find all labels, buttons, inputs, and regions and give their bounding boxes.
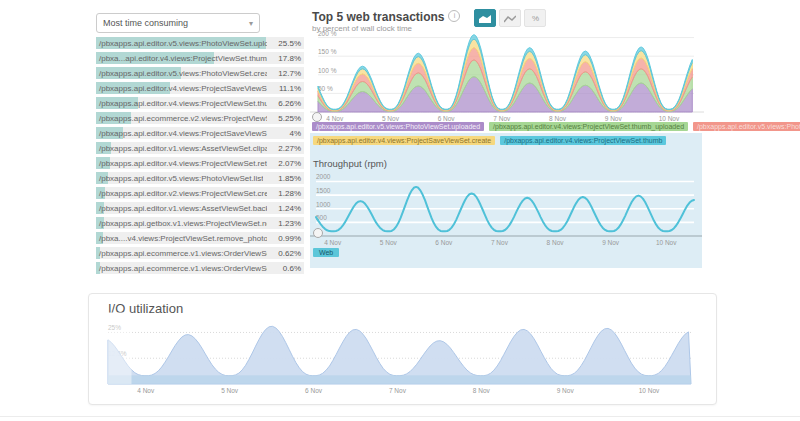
transaction-row[interactable]: /pbxapps.api.editor.v4.views:ProjectSave…	[96, 82, 304, 94]
svg-text:6 Nov: 6 Nov	[435, 239, 453, 246]
transaction-row[interactable]: /pbxapps.api.editor.v4.views:ProjectView…	[96, 157, 304, 169]
svg-text:2000: 2000	[316, 173, 331, 180]
top5-legend-row2: /pbxapps.api.editor.v4.views:ProjectSave…	[313, 136, 666, 145]
top5-stacked-area-chart[interactable]: 50 %100 %150 %200 %4 Nov5 Nov6 Nov7 Nov8…	[310, 26, 704, 124]
throughput-title: Throughput (rpm)	[313, 158, 387, 169]
transaction-label: /pbxapps.api.editor.v4.views:ProjectView…	[96, 99, 267, 108]
dropdown-selected-value: Most time consuming	[103, 18, 188, 28]
transaction-label: /pbxapps.api.editor.v4.views:ProjectView…	[96, 159, 267, 168]
page-divider	[0, 416, 800, 417]
svg-text:150 %: 150 %	[318, 48, 337, 55]
transaction-percent: 1.28%	[278, 189, 301, 198]
transaction-row[interactable]: /pbxa....v4.views:ProjectViewSet.remove_…	[96, 232, 304, 244]
zoom-reset-icon[interactable]	[312, 112, 322, 122]
transaction-percent: 17.8%	[278, 54, 301, 63]
svg-text:4 Nov: 4 Nov	[137, 387, 155, 394]
info-icon[interactable]: i	[448, 10, 460, 22]
transaction-label: /pbxa....v4.views:ProjectViewSet.remove_…	[96, 234, 267, 243]
svg-text:7 Nov: 7 Nov	[491, 239, 509, 246]
transaction-row[interactable]: /pbxapps.api.getbox.v1.views:ProjectView…	[96, 217, 304, 229]
percent-mode-label: %	[532, 14, 539, 23]
transaction-row[interactable]: /pbxapps.api.editor.v1.views:AssetViewSe…	[96, 142, 304, 154]
svg-text:1500: 1500	[316, 187, 331, 194]
svg-text:10 Nov: 10 Nov	[659, 115, 680, 122]
transaction-row[interactable]: /pbxapps.api.editor.v1.views:AssetViewSe…	[96, 202, 304, 214]
svg-text:5 Nov: 5 Nov	[382, 115, 400, 122]
transaction-label: /pbxapps.api.editor.v5.views:PhotoViewSe…	[96, 69, 267, 78]
transaction-percent: 2.07%	[278, 159, 301, 168]
transaction-percent: 5.25%	[278, 114, 301, 123]
transaction-percent: 1.85%	[278, 174, 301, 183]
svg-text:8 Nov: 8 Nov	[473, 387, 491, 394]
svg-text:7 Nov: 7 Nov	[389, 387, 407, 394]
svg-text:6 Nov: 6 Nov	[438, 115, 456, 122]
transaction-row[interactable]: /pbxa...api.editor.v4.views:ProjectViewS…	[96, 52, 304, 64]
transaction-row[interactable]: /pbxapps.api.ecommerce.v2.views:ProjectV…	[96, 112, 304, 124]
transaction-label: /pbxapps.api.ecommerce.v1.views:OrderVie…	[96, 264, 267, 273]
svg-text:5 Nov: 5 Nov	[380, 239, 398, 246]
transaction-percent: 1.24%	[278, 204, 301, 213]
svg-text:9 Nov: 9 Nov	[602, 239, 620, 246]
transaction-percent: 4%	[289, 129, 301, 138]
legend-chip[interactable]: /pbxapps.api.editor.v5.views:PhotoViewSe…	[312, 122, 484, 131]
transaction-row[interactable]: /pbxapps.api.editor.v5.views:PhotoViewSe…	[96, 37, 304, 49]
transaction-label: /pbxapps.api.editor.v1.views:AssetViewSe…	[96, 204, 267, 213]
legend-chip[interactable]: /pbxapps.api.editor.v4.views:ProjectView…	[489, 122, 688, 131]
transaction-list: /pbxapps.api.editor.v5.views:PhotoViewSe…	[96, 37, 304, 277]
throughput-web-badge[interactable]: Web	[313, 248, 339, 257]
svg-text:100 %: 100 %	[318, 67, 337, 74]
legend-chip[interactable]: /pbxapps.api.editor.v5.views:PhotoViewSe…	[693, 122, 800, 131]
transaction-row[interactable]: /pbxapps.api.editor.v5.views:PhotoViewSe…	[96, 67, 304, 79]
line-chart-mode-button[interactable]	[499, 9, 521, 27]
transaction-sort-dropdown[interactable]: Most time consuming ▾	[96, 13, 260, 33]
percent-mode-button[interactable]: %	[524, 9, 546, 27]
top5-chart-title: Top 5 web transactions	[312, 10, 444, 24]
stacked-area-mode-button[interactable]	[474, 9, 496, 27]
transaction-percent: 2.27%	[278, 144, 301, 153]
svg-text:200 %: 200 %	[318, 30, 337, 37]
svg-text:1000: 1000	[316, 201, 331, 208]
dashboard-page: Most time consuming ▾ /pbxapps.api.edito…	[0, 0, 800, 421]
transaction-label: /pbxapps.api.editor.v1.views:AssetViewSe…	[96, 144, 267, 153]
svg-text:8 Nov: 8 Nov	[549, 115, 567, 122]
transaction-percent: 25.5%	[278, 39, 301, 48]
line-chart-icon	[504, 14, 516, 23]
legend-chip[interactable]: /pbxapps.api.editor.v4.views:ProjectView…	[500, 136, 666, 145]
svg-text:10 Nov: 10 Nov	[639, 387, 660, 394]
transaction-label: /pbxapps.api.editor.v4.views:ProjectSave…	[96, 84, 267, 93]
transaction-percent: 12.7%	[278, 69, 301, 78]
transaction-percent: 0.99%	[278, 234, 301, 243]
transaction-percent: 6.26%	[278, 99, 301, 108]
transaction-percent: 1.23%	[278, 219, 301, 228]
transaction-row[interactable]: /pbxapps.api.editor.v5.views:PhotoViewSe…	[96, 172, 304, 184]
transaction-label: /pbxapps.api.editor.v5.views:PhotoViewSe…	[96, 174, 263, 183]
transaction-row[interactable]: /pbxapps.api.editor.v2.views:ProjectView…	[96, 187, 304, 199]
transaction-percent: 0.6%	[283, 264, 301, 273]
svg-text:10 Nov: 10 Nov	[656, 239, 677, 246]
transaction-label: /pbxapps.api.ecommerce.v1.views:OrderVie…	[96, 249, 267, 258]
transaction-row[interactable]: /pbxapps.api.editor.v4.views:ProjectSave…	[96, 127, 304, 139]
transaction-percent: 0.62%	[278, 249, 301, 258]
transaction-row[interactable]: /pbxapps.api.ecommerce.v1.views:OrderVie…	[96, 262, 304, 274]
throughput-line-chart[interactable]: 5001000150020004 Nov5 Nov6 Nov7 Nov8 Nov…	[310, 170, 702, 248]
legend-chip[interactable]: /pbxapps.api.editor.v4.views:ProjectSave…	[313, 136, 495, 145]
stacked-area-icon	[479, 14, 491, 23]
transaction-label: /pbxapps.api.getbox.v1.views:ProjectView…	[96, 219, 267, 228]
transaction-percent: 11.1%	[279, 84, 301, 93]
transaction-label: /pbxa...api.editor.v4.views:ProjectViewS…	[96, 54, 267, 63]
transaction-row[interactable]: /pbxapps.api.ecommerce.v1.views:OrderVie…	[96, 247, 304, 259]
zoom-reset-icon[interactable]	[313, 228, 323, 238]
transaction-row[interactable]: /pbxapps.api.editor.v4.views:ProjectView…	[96, 97, 304, 109]
svg-text:4 Nov: 4 Nov	[324, 239, 342, 246]
transaction-label: /pbxapps.api.editor.v4.views:ProjectSave…	[96, 129, 267, 138]
chevron-down-icon: ▾	[249, 19, 253, 28]
svg-text:6 Nov: 6 Nov	[305, 387, 323, 394]
transaction-label: /pbxapps.api.editor.v2.views:ProjectView…	[96, 189, 267, 198]
svg-text:4 Nov: 4 Nov	[326, 115, 344, 122]
transaction-label: /pbxapps.api.editor.v5.views:PhotoViewSe…	[96, 39, 267, 48]
top5-legend-row1: /pbxapps.api.editor.v5.views:PhotoViewSe…	[312, 122, 800, 131]
chart-mode-buttons: %	[474, 9, 546, 27]
svg-text:7 Nov: 7 Nov	[493, 115, 511, 122]
io-area-chart[interactable]: 12,5%25%4 Nov5 Nov6 Nov7 Nov8 Nov9 Nov10…	[104, 312, 696, 400]
transaction-label: /pbxapps.api.ecommerce.v2.views:ProjectV…	[96, 114, 267, 123]
